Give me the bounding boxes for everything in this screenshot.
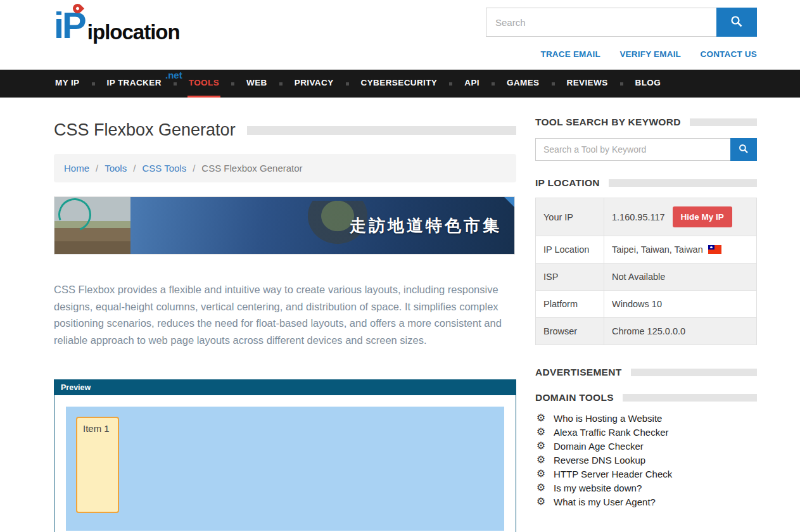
ip-location-heading: IP LOCATION: [535, 177, 757, 189]
nav-separator: [92, 82, 95, 86]
ip-row-label: IP Location: [536, 236, 604, 263]
table-row: Browser Chrome 125.0.0.0: [536, 318, 757, 345]
logo-tld: .net: [165, 70, 182, 80]
nav-item-privacy[interactable]: PRIVACY: [293, 70, 335, 98]
contact-us-link[interactable]: CONTACT US: [701, 49, 758, 59]
table-row: Platform Windows 10: [536, 291, 757, 318]
flexbox-preview-item[interactable]: Item 1: [76, 417, 119, 513]
ip-row-label: ISP: [536, 263, 604, 291]
domain-tool-reverse-dns[interactable]: ⚙Reverse DNS Lookup: [535, 453, 757, 467]
gear-icon: ⚙: [535, 483, 547, 493]
breadcrumb-tools[interactable]: Tools: [105, 163, 127, 174]
list-item-label: Domain Age Checker: [554, 441, 644, 452]
tool-search-heading-text: TOOL SEARCH BY KEYWORD: [535, 117, 681, 128]
gear-icon: ⚙: [535, 469, 547, 479]
ip-row-value-cell: Taipei, Taiwan, Taiwan: [604, 236, 757, 263]
nav-item-cybersecurity[interactable]: CYBERSECURITY: [360, 70, 439, 98]
nav-item-web[interactable]: WEB: [245, 70, 269, 98]
ad-text: 走訪地道特色市集: [350, 215, 502, 237]
nav-item-blog[interactable]: BLOG: [634, 70, 663, 98]
tool-search-input[interactable]: [535, 138, 730, 161]
ip-row-label: Your IP: [536, 198, 604, 236]
your-ip-value: 1.160.95.117: [612, 212, 665, 222]
domain-tools-heading: DOMAIN TOOLS: [535, 392, 757, 403]
site-search: [486, 8, 757, 37]
heading-decoration-bar: [631, 369, 757, 376]
breadcrumb-css-tools[interactable]: CSS Tools: [142, 163, 186, 174]
nav-item-tools[interactable]: TOOLS: [187, 70, 220, 98]
preview-panel-header: Preview: [54, 380, 516, 395]
domain-tool-user-agent[interactable]: ⚙What is my User Agent?: [535, 495, 757, 509]
domain-tool-website-down[interactable]: ⚙Is my website down?: [535, 481, 757, 495]
table-row: IP Location Taipei, Taiwan, Taiwan: [536, 236, 757, 263]
ip-location-heading-text: IP LOCATION: [535, 177, 600, 189]
ip-row-label: Browser: [536, 318, 604, 345]
preview-panel-body: Item 1: [54, 395, 516, 532]
header-links: TRACE EMAIL VERIFY EMAIL CONTACT US: [486, 48, 757, 60]
nav-separator: [231, 82, 234, 86]
ad-choices-icon[interactable]: [504, 197, 514, 207]
domain-tool-domain-age[interactable]: ⚙Domain Age Checker: [535, 439, 757, 453]
sidebar: TOOL SEARCH BY KEYWORD IP LOCATION Your …: [535, 117, 757, 532]
nav-separator: [346, 82, 349, 86]
flexbox-preview-container: Item 1: [66, 407, 504, 531]
nav-item-games[interactable]: GAMES: [505, 70, 541, 98]
platform-value: Windows 10: [604, 291, 757, 318]
advertisement-heading-text: ADVERTISEMENT: [535, 367, 622, 378]
domain-tool-hosting[interactable]: ⚙Who is Hosting a Website: [535, 411, 757, 425]
table-row: Your IP 1.160.95.117 Hide My IP: [536, 198, 757, 236]
gear-icon: ⚙: [535, 455, 547, 465]
nav-item-my-ip[interactable]: MY IP: [54, 70, 81, 98]
ad-photo-segment: [54, 197, 130, 254]
nav-separator: [620, 82, 623, 86]
taiwan-flag-icon: [708, 245, 721, 254]
logo-wordmark: iplocation: [87, 20, 180, 44]
tool-search-button[interactable]: [730, 138, 757, 161]
table-row: ISP Not Available: [536, 263, 757, 291]
nav-separator: [279, 82, 283, 86]
logo-mark: iP: [54, 8, 85, 70]
heading-decoration-bar: [609, 179, 757, 187]
list-item-label: Who is Hosting a Website: [554, 413, 662, 424]
search-icon: [739, 144, 749, 156]
site-search-input[interactable]: [486, 8, 716, 37]
nav-separator: [552, 82, 555, 86]
trace-email-link[interactable]: TRACE EMAIL: [540, 49, 600, 59]
nav-item-ip-tracker[interactable]: IP TRACKER: [106, 70, 163, 98]
breadcrumb-home[interactable]: Home: [64, 163, 89, 174]
nav-separator: [492, 82, 495, 86]
domain-tool-http-header[interactable]: ⚙HTTP Server Header Check: [535, 467, 757, 481]
site-header: iP iplocation .net TRACE EMAIL VERIFY EM…: [0, 0, 800, 70]
nav-separator: [449, 82, 452, 86]
breadcrumb: HomeToolsCSS ToolsCSS Flexbox Generator: [54, 154, 516, 182]
ip-location-value: Taipei, Taiwan, Taiwan: [612, 244, 703, 255]
gear-icon: ⚙: [535, 441, 547, 451]
nav-separator: [174, 82, 177, 86]
nav-item-api[interactable]: API: [463, 70, 481, 98]
title-decoration-bar: [247, 126, 516, 135]
ad-banner[interactable]: 走訪地道特色市集: [54, 196, 515, 255]
list-item-label: HTTP Server Header Check: [554, 469, 672, 479]
main-nav: MY IP IP TRACKER TOOLS WEB PRIVACY CYBER…: [0, 70, 800, 98]
list-item-label: Reverse DNS Lookup: [554, 455, 645, 466]
tool-search-heading: TOOL SEARCH BY KEYWORD: [535, 117, 757, 128]
ad-image: 走訪地道特色市集: [130, 197, 514, 254]
content-column: CSS Flexbox Generator HomeToolsCSS Tools…: [54, 117, 516, 532]
logo-text: iplocation .net: [87, 22, 180, 70]
tool-search: [535, 138, 757, 161]
gear-icon: ⚙: [535, 413, 547, 423]
browser-value: Chrome 125.0.0.0: [604, 318, 757, 345]
nav-item-reviews[interactable]: REVIEWS: [566, 70, 609, 98]
verify-email-link[interactable]: VERIFY EMAIL: [619, 49, 681, 59]
tool-description: CSS Flexbox provides a flexible and intu…: [54, 281, 502, 349]
site-logo[interactable]: iP iplocation .net: [54, 8, 180, 70]
ip-row-label: Platform: [536, 291, 604, 318]
gear-icon: ⚙: [535, 427, 547, 437]
search-icon: [730, 15, 743, 30]
domain-tool-alexa-rank[interactable]: ⚙Alexa Traffic Rank Checker: [535, 425, 757, 439]
site-search-button[interactable]: [716, 8, 757, 37]
list-item-label: Alexa Traffic Rank Checker: [554, 427, 668, 438]
ip-location-table: Your IP 1.160.95.117 Hide My IP IP Locat…: [535, 198, 757, 345]
hide-my-ip-button[interactable]: Hide My IP: [673, 206, 732, 227]
domain-tools-heading-text: DOMAIN TOOLS: [535, 392, 614, 403]
